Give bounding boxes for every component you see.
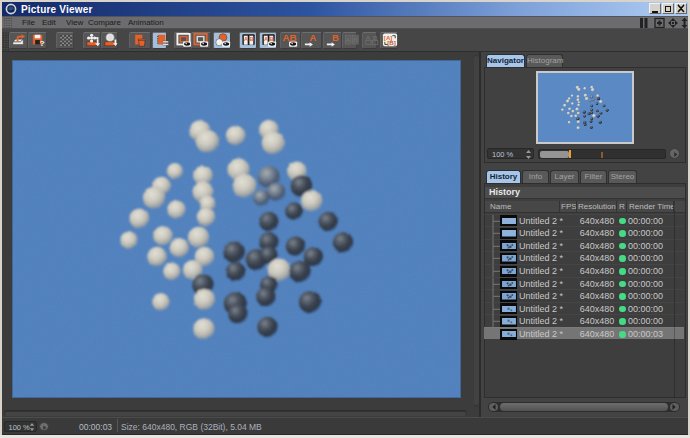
svg-text:B: B bbox=[353, 36, 358, 43]
svg-text:B: B bbox=[332, 33, 339, 43]
svg-text:A: A bbox=[244, 37, 248, 43]
svg-text:A: A bbox=[366, 35, 371, 41]
svg-text:?: ? bbox=[39, 39, 44, 48]
svg-text:[B]: [B] bbox=[387, 41, 396, 47]
svg-text:A: A bbox=[264, 37, 268, 43]
svg-text:B: B bbox=[250, 37, 254, 43]
svg-text:B: B bbox=[373, 35, 378, 41]
svg-text:A: A bbox=[310, 33, 317, 43]
svg-text:A: A bbox=[346, 36, 351, 43]
